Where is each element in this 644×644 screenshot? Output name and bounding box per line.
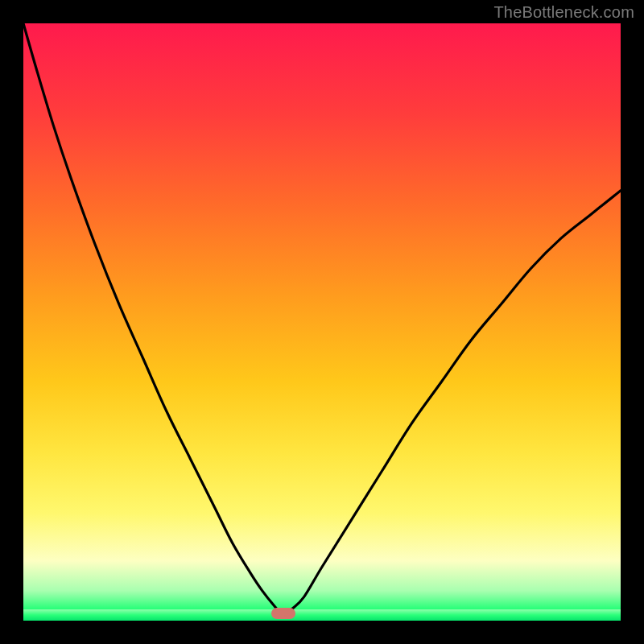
bottleneck-curve xyxy=(23,23,621,621)
chart-frame: TheBottleneck.com xyxy=(0,0,644,644)
plot-area xyxy=(23,23,621,621)
watermark-text: TheBottleneck.com xyxy=(493,3,634,22)
optimal-marker xyxy=(271,608,295,619)
